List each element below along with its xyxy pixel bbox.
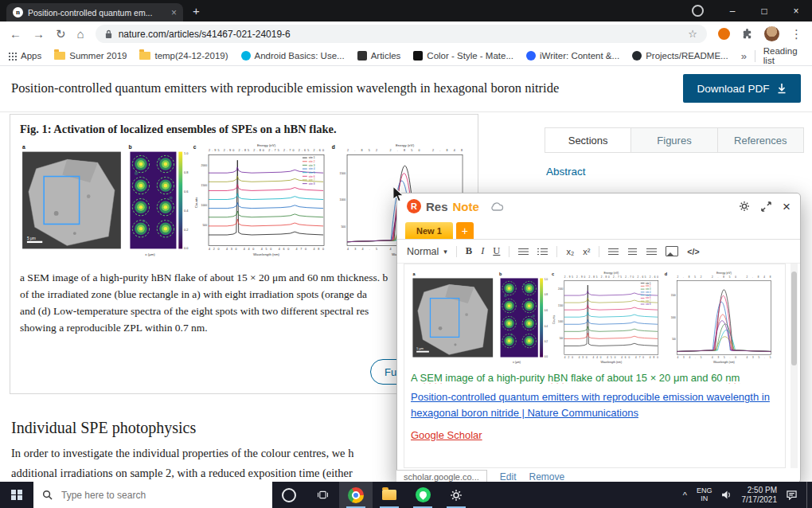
tab-figures[interactable]: Figures [630,128,716,152]
expand-icon[interactable] [761,201,771,212]
bookmark-folder[interactable]: Summer 2019 [54,51,127,61]
bookmark-item[interactable]: Articles [357,51,401,61]
code-button[interactable]: </> [687,247,699,256]
extension-icon[interactable] [718,28,730,40]
speaker-icon[interactable] [722,490,732,499]
lock-icon [105,29,112,39]
browser-titlebar: n Position-controlled quantum em... × + … [0,0,812,21]
bookmark-item[interactable]: Projects/README... [632,51,728,61]
chrome-icon [348,487,364,503]
sidebar-link-abstract[interactable]: Abstract [546,166,804,178]
mouse-cursor [392,186,406,202]
bullet-list-button[interactable] [537,248,548,256]
pasted-figure-image[interactable] [411,271,775,365]
align-center-button[interactable] [628,248,637,256]
cortana-button[interactable] [272,482,306,508]
extensions-puzzle-icon[interactable] [741,28,753,40]
google-scholar-link[interactable]: Google Scholar [411,429,482,441]
refresh-icon[interactable]: ↻ [56,28,66,40]
bookmark-apps[interactable]: Apps [8,51,41,61]
window-close-button[interactable]: × [780,0,812,21]
folder-icon [139,52,150,60]
system-tray: ^ ENGIN 2:50 PM7/17/2021 [683,482,812,508]
window-minimize-button[interactable]: – [716,0,748,21]
address-bar[interactable]: nature.com/articles/s41467-021-24019-6 ☆ [96,25,707,43]
article-header: Position-controlled quantum emitters wit… [0,66,812,111]
home-icon[interactable]: ⌂ [77,28,84,40]
article-link[interactable]: Position-controlled quantum emitters wit… [411,389,771,421]
italic-button[interactable]: I [481,245,484,257]
add-note-tab-button[interactable]: + [456,222,474,239]
subscript-button[interactable]: x₂ [566,247,574,256]
action-center-icon[interactable] [787,490,797,500]
tab-references[interactable]: References [717,128,803,152]
browser-toolbar: ← → ↻ ⌂ nature.com/articles/s41467-021-2… [0,21,812,46]
page-title: Position-controlled quantum emitters wit… [11,80,683,96]
taskbar-file-explorer-button[interactable] [373,482,406,508]
taskbar-chrome-button[interactable] [339,482,373,508]
forward-icon[interactable]: → [33,28,45,40]
figure-heading: Fig. 1: Activation of localized ensemble… [20,123,468,136]
taskbar-clock[interactable]: 2:50 PM7/17/2021 [742,486,778,504]
tray-expand-icon[interactable]: ^ [683,490,687,500]
show-desktop-button[interactable] [806,482,810,508]
taskbar-whatsapp-button[interactable] [406,482,439,508]
browser-tab[interactable]: n Position-controlled quantum em... × [6,3,183,21]
bold-button[interactable]: B [466,245,472,257]
task-view-button[interactable] [306,482,339,508]
taskbar-settings-button[interactable] [439,482,473,508]
note-tab[interactable]: New 1 [405,222,453,239]
resnote-popup: R ResNote × New 1 + Normal▾ B I U [396,193,801,483]
tab-sections[interactable]: Sections [545,128,630,152]
divider [599,246,599,257]
bookmarks-bar: Apps Summer 2019 temp(24-12-2019) Androi… [0,46,812,66]
bookmark-item[interactable]: iWriter: Content &... [526,51,619,61]
resnote-brand-accent: Note [453,200,479,213]
bookmark-star-icon[interactable]: ☆ [688,28,697,40]
remove-button[interactable]: Remove [529,471,564,483]
insert-image-button[interactable] [666,246,678,256]
scrollbar[interactable] [791,264,798,468]
menu-kebab-icon[interactable]: ⋮ [791,28,802,40]
bookmark-item[interactable]: Android Basics: Use... [241,51,345,61]
profile-avatar[interactable] [764,26,779,41]
scrollbar-thumb[interactable] [791,272,797,365]
superscript-button[interactable]: x² [583,247,590,256]
body-text: In order to investigate the individual p… [11,447,353,460]
window-maximize-button[interactable]: □ [748,0,780,21]
new-tab-button[interactable]: + [193,4,200,18]
note-editor-content[interactable]: A SEM image of a high-purity hBN flake o… [404,264,786,468]
windows-taskbar: ^ ENGIN 2:50 PM7/17/2021 [0,482,812,508]
cloud-sync-icon [489,201,505,211]
file-explorer-icon [382,490,396,500]
paragraph-style-select[interactable]: Normal▾ [407,246,447,257]
bookmark-item[interactable]: Color - Style - Mate... [413,51,513,61]
ordered-list-button[interactable] [518,248,529,256]
tab-close-icon[interactable]: × [171,8,177,18]
divider [456,246,457,257]
taskbar-search[interactable] [33,482,272,508]
bookmark-folder[interactable]: temp(24-12-2019) [139,51,228,61]
start-button[interactable] [0,482,33,508]
edit-button[interactable]: Edit [500,471,517,483]
bookmarks-overflow-icon[interactable]: » [741,50,747,62]
close-icon[interactable]: × [783,200,791,213]
resnote-editor-toolbar: Normal▾ B I U x₂ x² </> [397,240,800,264]
note-text[interactable]: A SEM image of a high-purity hBN flake o… [411,372,779,384]
search-input[interactable] [60,489,264,502]
titlebar-circle-icon[interactable] [692,5,704,17]
gear-icon[interactable] [739,201,750,212]
align-right-button[interactable] [646,248,657,256]
whatsapp-icon [416,487,431,502]
reading-list-button[interactable]: Reading list [763,46,804,65]
download-icon [777,83,787,94]
download-pdf-button[interactable]: Download PDF [683,74,801,103]
align-left-button[interactable] [608,248,619,256]
resnote-header[interactable]: R ResNote × [397,193,800,219]
language-indicator[interactable]: ENGIN [697,487,712,502]
underline-button[interactable]: U [493,245,500,257]
url-text: nature.com/articles/s41467-021-24019-6 [119,29,291,40]
udacity-favicon [241,51,251,61]
back-icon[interactable]: ← [10,28,21,40]
settings-gear-icon [450,489,463,502]
